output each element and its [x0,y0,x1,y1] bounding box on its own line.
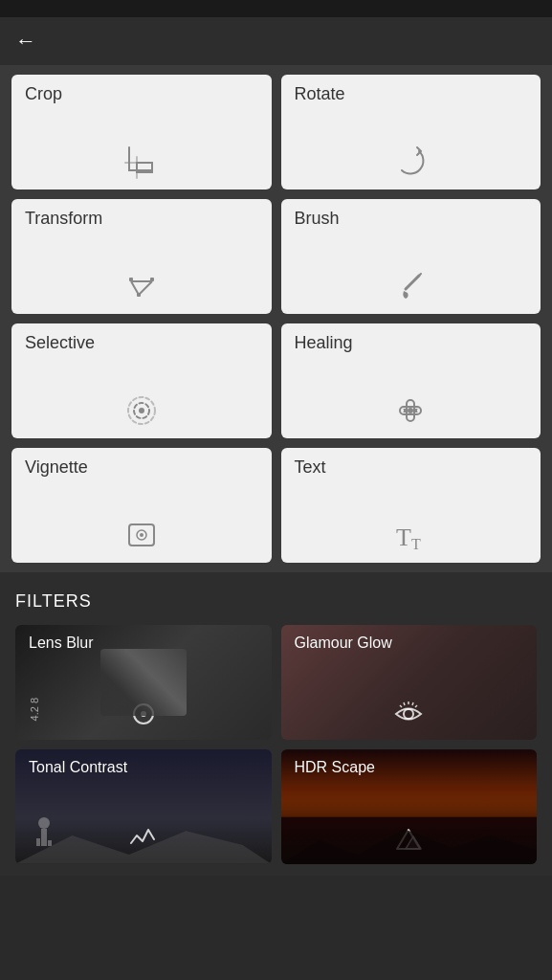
tool-selective[interactable]: Selective [11,323,272,438]
lens-blur-decoration [100,649,187,716]
svg-line-30 [400,705,402,707]
back-button[interactable]: ← [15,29,36,54]
selective-icon [25,392,258,429]
svg-text:T: T [411,536,421,552]
crop-icon [25,144,258,180]
vignette-icon [25,517,258,553]
hdr-mountain-decoration [281,821,538,864]
filter-hdr-scape[interactable]: HDR Scape [281,749,538,864]
tool-text[interactable]: Text T T [281,448,541,563]
lens-number: 4.2 8 [29,698,40,721]
svg-line-6 [139,281,152,295]
crop-label: Crop [25,84,258,104]
tool-healing[interactable]: Healing [281,323,541,438]
selective-label: Selective [25,333,258,353]
rotate-icon [295,144,528,180]
transform-icon [25,268,258,304]
svg-line-27 [412,702,413,705]
svg-text:T: T [396,523,411,551]
filters-title: FILTERS [15,591,537,612]
brush-label: Brush [295,209,528,229]
tonal-contrast-label: Tonal Contrast [29,759,258,776]
tools-grid: Crop Rotate Transform [0,65,552,572]
healing-label: Healing [295,333,528,353]
svg-line-28 [415,705,417,707]
svg-marker-35 [15,831,272,864]
svg-marker-37 [281,829,538,864]
filters-grid: 4.2 8 Lens Blur Glamour Glow [15,625,537,864]
vignette-label: Vignette [25,457,258,478]
brush-icon [295,268,528,304]
glamour-glow-icon [295,698,524,730]
filter-lens-blur[interactable]: 4.2 8 Lens Blur [15,625,272,740]
tool-transform[interactable]: Transform [11,199,272,314]
tool-crop[interactable]: Crop [11,75,272,189]
tool-rotate[interactable]: Rotate [281,75,541,189]
tonal-mountain-decoration [15,826,272,864]
svg-point-20 [140,533,144,537]
glamour-glow-label: Glamour Glow [295,635,524,652]
svg-point-25 [404,709,413,719]
transform-label: Transform [25,209,258,229]
hdr-scape-label: HDR Scape [295,759,524,776]
svg-point-13 [408,408,413,413]
tool-vignette[interactable]: Vignette [11,448,272,563]
filters-section: FILTERS 4.2 8 Lens Blur Glamour Glow [0,572,552,876]
svg-line-29 [404,702,405,705]
text-label: Text [295,457,528,478]
filter-glamour-glow[interactable]: Glamour Glow [281,625,538,740]
svg-point-8 [139,408,144,413]
header: ← [0,17,552,65]
healing-icon [295,392,528,429]
lens-blur-label: Lens Blur [29,635,258,652]
rotate-label: Rotate [295,84,528,104]
tool-brush[interactable]: Brush [281,199,541,314]
filter-tonal-contrast[interactable]: Tonal Contrast [15,749,272,864]
top-bar [0,0,552,17]
text-icon: T T [295,517,528,553]
svg-line-5 [131,281,139,295]
